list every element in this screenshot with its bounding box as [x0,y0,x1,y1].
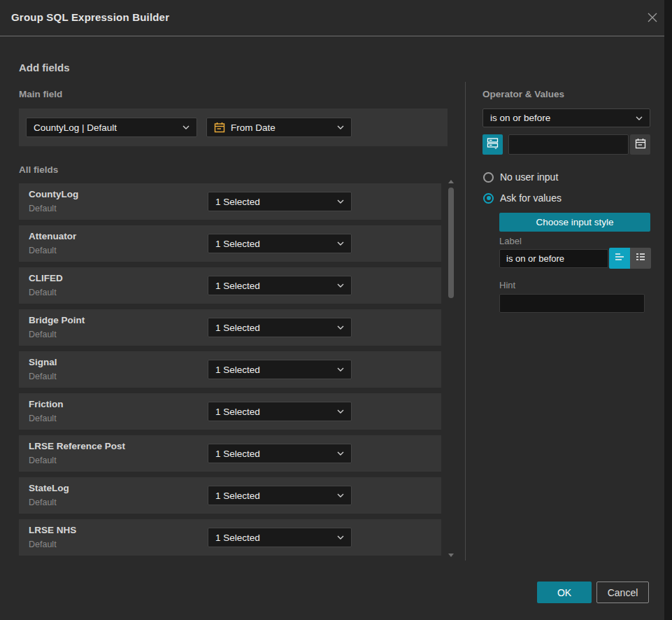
chevron-down-icon [337,493,344,498]
unique-values-icon [487,137,499,152]
field-sublabel: Default [29,414,57,423]
selection-value: 1 Selected [215,239,331,249]
radio-label: Ask for values [500,192,562,204]
list-style-button[interactable] [630,248,651,269]
field-name: CLIFED [29,273,63,283]
list-item: Attenuator Default 1 Selected [19,225,441,262]
field-selection-dropdown[interactable]: 1 Selected [208,402,352,421]
all-fields-heading: All fields [19,164,58,175]
field-sublabel: Default [29,540,57,549]
bullet-list-icon [635,252,646,265]
radio-circle [483,172,494,183]
field-name: Signal [29,357,57,367]
list-item: StateLog Default 1 Selected [19,477,441,514]
radio-no-user-input[interactable]: No user input [483,171,558,183]
list-item: Friction Default 1 Selected [19,393,441,430]
field-selection-dropdown[interactable]: 1 Selected [208,192,352,211]
field-sublabel: Default [29,246,57,255]
scroll-down-arrow[interactable] [448,553,455,557]
scroll-up-arrow[interactable] [448,179,455,183]
cancel-button[interactable]: Cancel [596,582,649,603]
field-sublabel: Default [29,372,57,381]
list-item: Signal Default 1 Selected [19,351,441,388]
list-item: CountyLog Default 1 Selected [19,183,441,220]
field-name: Attenuator [29,231,76,241]
field-selection-dropdown[interactable]: 1 Selected [208,486,352,505]
field-selection-dropdown[interactable]: 1 Selected [208,276,352,295]
selection-value: 1 Selected [215,323,331,333]
operator-dropdown[interactable]: is on or before [482,108,650,127]
field-selection-dropdown[interactable]: 1 Selected [208,234,352,253]
field-selection-dropdown[interactable]: 1 Selected [208,318,352,337]
calendar-icon [635,138,646,152]
label-input[interactable] [499,249,608,268]
close-button[interactable] [645,11,660,27]
ok-button[interactable]: OK [537,582,592,603]
hint-caption: Hint [499,280,515,290]
chevron-down-icon [337,199,344,204]
main-field-bar: CountyLog | Default From Date [19,108,448,146]
main-field-source-value: CountyLog | Default [34,122,177,133]
selection-value: 1 Selected [215,449,331,459]
panel-divider [465,82,466,561]
date-picker-button[interactable] [630,134,650,155]
choose-input-style-button[interactable]: Choose input style [499,213,650,232]
close-icon [646,11,659,27]
selection-value: 1 Selected [215,491,331,501]
list-item: Bridge Point Default 1 Selected [19,309,441,346]
field-name: LRSE NHS [29,525,76,535]
selection-value: 1 Selected [215,407,331,417]
unique-values-button[interactable] [482,134,503,155]
calendar-icon [214,122,225,133]
field-name: CountyLog [29,189,78,199]
operator-values-heading: Operator & Values [482,89,564,99]
group-sql-expression-builder-dialog: Group SQL Expression Builder Add fields … [0,0,664,620]
selection-value: 1 Selected [215,365,331,375]
label-caption: Label [499,236,522,246]
background-app-strip [664,0,672,620]
list-item: LRSE Reference Post Default 1 Selected [19,435,441,472]
chevron-down-icon [183,125,190,129]
field-sublabel: Default [29,288,57,297]
add-fields-heading: Add fields [19,62,70,73]
hint-input[interactable] [499,294,645,313]
main-field-heading: Main field [19,89,62,99]
main-field-field-dropdown[interactable]: From Date [206,118,352,137]
chevron-down-icon [337,325,344,330]
chevron-down-icon [337,451,344,456]
radio-ask-for-values[interactable]: Ask for values [483,192,562,204]
chevron-down-icon [337,125,344,129]
field-sublabel: Default [29,330,57,339]
main-field-field-value: From Date [231,122,331,133]
selection-value: 1 Selected [215,281,331,291]
chevron-down-icon [337,535,344,540]
scrollbar-thumb[interactable] [448,188,454,298]
list-item: LRSE NHS Default 1 Selected [19,519,441,556]
dialog-title: Group SQL Expression Builder [11,11,169,23]
value-input[interactable] [508,134,629,155]
selection-value: 1 Selected [215,197,331,207]
field-name: StateLog [29,483,69,493]
field-sublabel: Default [29,204,57,213]
chevron-down-icon [337,367,344,372]
field-name: LRSE Reference Post [29,441,125,451]
selection-value: 1 Selected [215,533,331,543]
field-sublabel: Default [29,498,57,507]
chevron-down-icon [337,409,344,414]
main-field-source-dropdown[interactable]: CountyLog | Default [26,118,197,137]
chevron-down-icon [337,241,344,246]
operator-value: is on or before [490,113,630,123]
align-left-icon [614,252,625,265]
dialog-titlebar: Group SQL Expression Builder [0,0,664,36]
chevron-down-icon [636,116,643,120]
field-selection-dropdown[interactable]: 1 Selected [208,360,352,379]
field-sublabel: Default [29,456,57,465]
screen: Group SQL Expression Builder Add fields … [0,0,672,620]
field-selection-dropdown[interactable]: 1 Selected [208,444,352,463]
radio-label: No user input [500,171,558,183]
input-style-toggle [609,248,651,269]
field-selection-dropdown[interactable]: 1 Selected [208,528,352,547]
list-item: CLIFED Default 1 Selected [19,267,441,304]
single-value-style-button[interactable] [609,248,630,269]
field-name: Friction [29,399,64,409]
